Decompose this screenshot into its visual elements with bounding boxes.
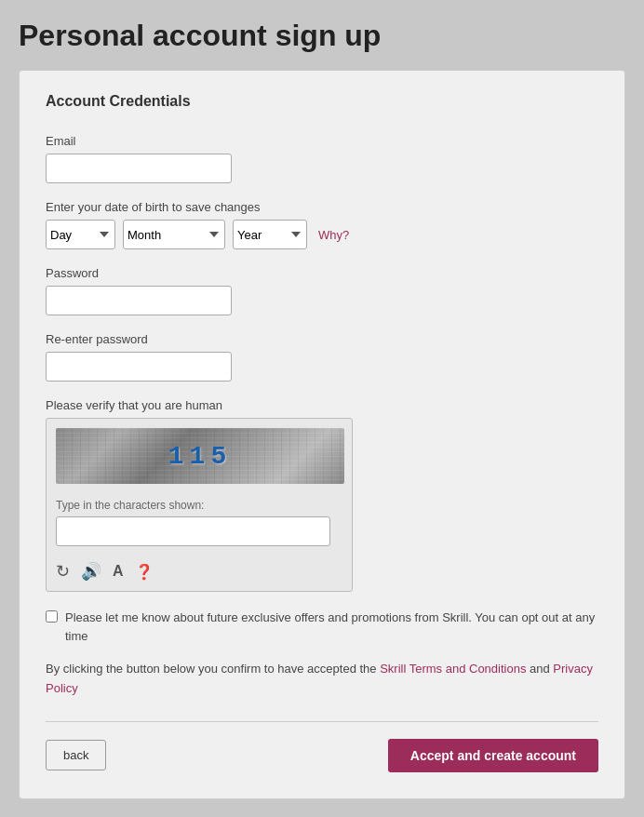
captcha-box: Type in the characters shown: ↻ 🔊 A ❓ (46, 418, 353, 592)
page-title: Personal account sign up (19, 19, 625, 53)
help-icon[interactable]: ❓ (135, 563, 154, 581)
terms-text-mid: and (526, 662, 553, 676)
captcha-text-input[interactable] (56, 516, 330, 546)
promo-checkbox-text: Please let me know about future exclusiv… (65, 609, 598, 645)
email-label: Email (46, 134, 598, 148)
captcha-image (56, 428, 344, 484)
email-input[interactable] (46, 154, 232, 183)
font-icon[interactable]: A (113, 563, 124, 580)
captcha-section-label: Please verify that you are human (46, 398, 598, 412)
dob-row: Day 1234 5678 9101112 13141516 17181920 … (46, 220, 598, 249)
year-select[interactable]: Year 200620001995 1990198519801975 19701… (233, 220, 307, 249)
captcha-group: Please verify that you are human Type in… (46, 398, 598, 592)
password-label: Password (46, 266, 598, 280)
captcha-input-label: Type in the characters shown: (56, 499, 342, 512)
footer-row: back Accept and create account (46, 721, 598, 772)
captcha-input-section: Type in the characters shown: (47, 493, 352, 557)
password-group: Password (46, 266, 598, 315)
captcha-icons-row: ↻ 🔊 A ❓ (47, 557, 352, 591)
dob-group: Enter your date of birth to save changes… (46, 200, 598, 249)
refresh-icon[interactable]: ↻ (56, 561, 70, 582)
email-group: Email (46, 134, 598, 183)
dob-label: Enter your date of birth to save changes (46, 200, 598, 214)
reenter-password-input[interactable] (46, 352, 232, 382)
reenter-password-group: Re-enter password (46, 332, 598, 382)
promo-checkbox-row: Please let me know about future exclusiv… (46, 609, 598, 645)
day-select[interactable]: Day 1234 5678 9101112 13141516 17181920 … (46, 220, 115, 249)
promo-checkbox[interactable] (46, 610, 58, 623)
section-title: Account Credentials (46, 93, 598, 117)
back-button[interactable]: back (46, 740, 106, 770)
audio-icon[interactable]: 🔊 (81, 561, 101, 582)
terms-text-before: By clicking the button below you confirm… (46, 662, 380, 676)
terms-text: By clicking the button below you confirm… (46, 660, 598, 699)
accept-create-button[interactable]: Accept and create account (388, 739, 598, 772)
password-input[interactable] (46, 286, 232, 315)
why-link[interactable]: Why? (318, 228, 349, 242)
terms-link[interactable]: Skrill Terms and Conditions (380, 662, 526, 676)
month-select[interactable]: Month JanuaryFebruaryMarch AprilMayJune … (123, 220, 225, 249)
reenter-label: Re-enter password (46, 332, 598, 346)
signup-card: Account Credentials Email Enter your dat… (19, 70, 625, 799)
